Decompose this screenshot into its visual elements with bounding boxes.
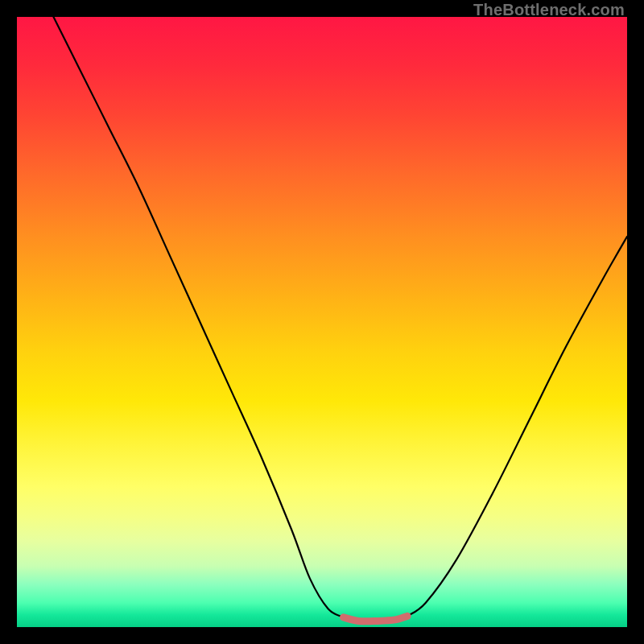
chart-stage: TheBottleneck.com <box>0 0 644 644</box>
chart-curves <box>17 17 627 627</box>
watermark-text: TheBottleneck.com <box>473 1 625 19</box>
valley-floor-curve <box>344 616 408 621</box>
left-branch-curve <box>53 17 343 617</box>
right-branch-curve <box>407 237 627 616</box>
